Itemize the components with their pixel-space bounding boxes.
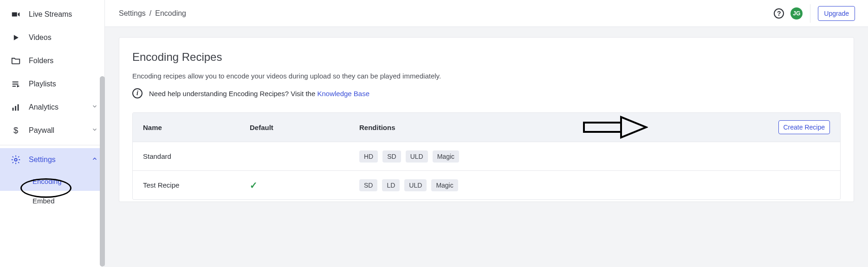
sidebar-item-label: Playlists (29, 80, 56, 88)
page-title: Encoding Recipes (132, 51, 841, 64)
th-name: Name (143, 124, 250, 131)
table-row[interactable]: Standard HD SD ULD Magic (133, 142, 840, 170)
th-renditions: Renditions (359, 124, 770, 131)
table-header: Name Default Renditions Create Recipe (133, 113, 840, 142)
rendition-chip: SD (359, 179, 377, 191)
breadcrumb-sep: / (149, 9, 151, 18)
sidebar-item-live-streams[interactable]: Live Streams (0, 3, 104, 26)
dollar-icon: $ (10, 125, 21, 136)
rendition-chip: ULD (406, 150, 428, 163)
sidebar-item-analytics[interactable]: Analytics (0, 96, 104, 119)
sidebar-item-playlists[interactable]: Playlists (0, 72, 104, 96)
svg-point-8 (14, 158, 17, 161)
page-description: Encoding recipes allow you to encode you… (132, 72, 841, 80)
divider (0, 145, 104, 145)
sidebar-sub-embed[interactable]: Embed (0, 191, 104, 210)
cell-renditions: SD LD ULD Magic (359, 179, 770, 191)
help-text: Need help understanding Encoding Recipes… (149, 90, 369, 98)
cell-name: Standard (143, 152, 250, 160)
sidebar-item-label: Folders (29, 57, 53, 65)
breadcrumb-root[interactable]: Settings (119, 9, 146, 18)
bar-chart-icon (10, 102, 21, 113)
sidebar-item-folders[interactable]: Folders (0, 49, 104, 72)
th-default: Default (250, 124, 359, 131)
svg-rect-0 (12, 12, 17, 16)
check-icon: ✓ (250, 180, 258, 190)
gear-icon (10, 154, 21, 165)
play-icon (10, 32, 21, 43)
sidebar-sub-encoding[interactable]: Encoding (0, 171, 104, 191)
svg-rect-1 (13, 82, 19, 83)
rendition-chip: SD (382, 150, 401, 163)
scrollbar[interactable] (100, 0, 105, 267)
info-icon: i (132, 88, 143, 98)
chevron-down-icon (91, 126, 98, 135)
table-row[interactable]: Test Recipe ✓ SD LD ULD Magic (133, 170, 840, 199)
sidebar-item-label: Analytics (29, 103, 58, 111)
sidebar-item-label: Videos (29, 33, 52, 42)
th-action: Create Recipe (770, 120, 830, 134)
svg-rect-6 (18, 104, 19, 111)
rendition-chip: LD (382, 179, 400, 191)
knowledge-base-link[interactable]: Knowledge Base (317, 90, 369, 98)
chevron-down-icon (91, 103, 98, 111)
rendition-chip: Magic (433, 150, 459, 163)
divider (810, 4, 810, 23)
svg-rect-4 (13, 108, 14, 111)
playlist-icon (10, 78, 21, 90)
svg-rect-3 (13, 86, 16, 87)
svg-text:$: $ (13, 125, 18, 135)
sidebar-item-settings[interactable]: Settings (0, 148, 104, 171)
sidebar: Live Streams Videos Folders Playlists An (0, 0, 105, 267)
help-prefix: Need help understanding Encoding Recipes… (149, 90, 317, 98)
sidebar-item-label: Settings (29, 156, 56, 164)
help-row: i Need help understanding Encoding Recip… (132, 88, 841, 98)
cell-default: ✓ (250, 180, 359, 191)
topbar: Settings / Encoding ? JG Upgrade (105, 0, 868, 27)
rendition-chip: Magic (431, 179, 458, 191)
sidebar-item-label: Paywall (29, 126, 54, 135)
chevron-up-icon (91, 156, 98, 164)
camera-icon (10, 9, 21, 20)
svg-rect-5 (15, 106, 16, 111)
rendition-chip: HD (359, 150, 378, 163)
scrollbar-thumb[interactable] (100, 76, 105, 267)
sidebar-item-paywall[interactable]: $ Paywall (0, 119, 104, 142)
topbar-right: ? JG Upgrade (774, 4, 855, 23)
folder-icon (10, 55, 21, 66)
cell-renditions: HD SD ULD Magic (359, 150, 770, 163)
svg-rect-2 (13, 84, 19, 85)
sidebar-sub-label: Encoding (32, 177, 62, 185)
main: Settings / Encoding ? JG Upgrade Encodin… (105, 0, 868, 267)
sidebar-sub-label: Embed (32, 197, 55, 205)
sidebar-item-videos[interactable]: Videos (0, 26, 104, 49)
avatar[interactable]: JG (790, 7, 803, 20)
cell-name: Test Recipe (143, 181, 250, 189)
help-icon[interactable]: ? (774, 8, 784, 19)
rendition-chip: ULD (404, 179, 427, 191)
breadcrumb: Settings / Encoding (119, 9, 186, 18)
recipes-table: Name Default Renditions Create Recipe St… (132, 112, 841, 200)
breadcrumb-current: Encoding (155, 9, 186, 18)
sidebar-item-label: Live Streams (29, 10, 72, 19)
content-card: Encoding Recipes Encoding recipes allow … (119, 37, 854, 202)
upgrade-button[interactable]: Upgrade (818, 6, 855, 21)
content-outer: Encoding Recipes Encoding recipes allow … (105, 27, 868, 267)
create-recipe-button[interactable]: Create Recipe (778, 120, 830, 134)
